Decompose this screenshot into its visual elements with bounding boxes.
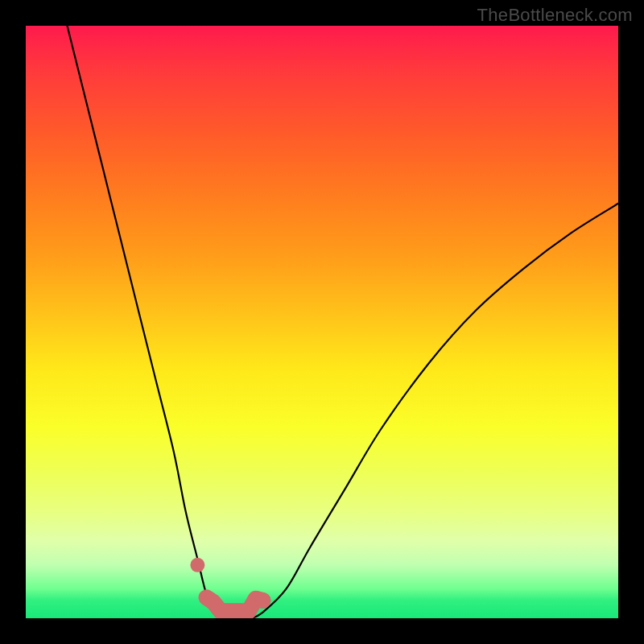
curve-line: [68, 26, 619, 618]
trough-marker-dot: [190, 558, 204, 572]
chart-plot-area: [26, 26, 618, 618]
chart-frame: TheBottleneck.com: [0, 0, 644, 644]
trough-markers: [190, 558, 270, 611]
watermark-text: TheBottleneck.com: [477, 5, 633, 26]
bottleneck-curve: [68, 26, 619, 618]
trough-marker-band: [207, 597, 263, 611]
trough-marker-end: [254, 592, 270, 609]
chart-svg: [26, 26, 618, 618]
